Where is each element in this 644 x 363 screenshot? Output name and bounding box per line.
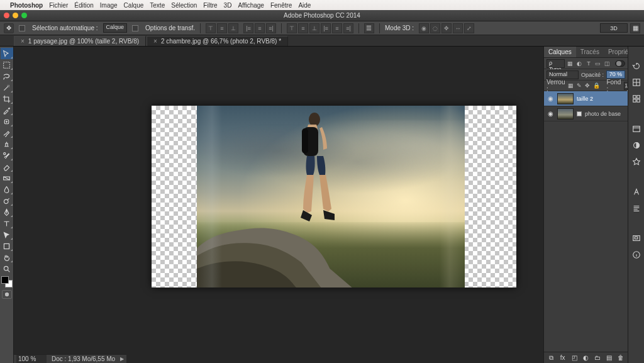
tab-paths[interactable]: Tracés (576, 47, 604, 57)
document-tab-2[interactable]: × 2 chambre.jpg @ 66,7% (photo 2, RVB/8)… (147, 36, 288, 46)
close-tab-icon[interactable]: × (153, 38, 157, 45)
align-top-icon[interactable]: ⊤ (206, 23, 216, 33)
paragraph-panel-icon[interactable] (631, 203, 642, 214)
zoom-window-button[interactable] (21, 13, 27, 18)
align-right-icon[interactable]: ≡| (266, 23, 276, 33)
menu-select[interactable]: Sélection (171, 2, 197, 9)
menu-file[interactable]: Fichier (49, 2, 68, 9)
link-layers-icon[interactable]: ⧉ (547, 354, 555, 362)
new-adjustment-icon[interactable]: ◐ (582, 354, 589, 362)
visibility-toggle-icon[interactable]: ◉ (547, 95, 554, 103)
crop-tool[interactable] (1, 93, 13, 104)
document-tab-1[interactable]: × 1 paysage.jpg @ 100% (taille 2, RVB/8) (14, 36, 146, 46)
filter-toggle[interactable] (615, 60, 625, 67)
layer-thumbnail[interactable] (557, 93, 574, 104)
opacity-field[interactable]: 70 % (606, 70, 625, 79)
auto-select-target-select[interactable]: Calque (103, 23, 128, 33)
filter-type-select[interactable]: ρ Type (547, 59, 565, 68)
workspace-options-icon[interactable]: ▦ (630, 23, 640, 33)
zoom-tool[interactable] (1, 263, 13, 274)
new-layer-icon[interactable]: ▤ (605, 354, 613, 362)
filter-type-icon[interactable]: T (586, 59, 592, 68)
libraries-panel-icon[interactable] (631, 123, 642, 135)
filter-shape-icon[interactable]: ▭ (594, 59, 601, 68)
menu-window[interactable]: Fenêtre (270, 2, 292, 9)
gradient-tool[interactable] (1, 172, 13, 184)
minimize-window-button[interactable] (13, 13, 18, 18)
menu-edit[interactable]: Édition (74, 2, 94, 9)
menu-text[interactable]: Texte (150, 2, 165, 9)
history-panel-icon[interactable] (631, 60, 642, 72)
hand-tool[interactable] (1, 252, 13, 263)
type-tool[interactable] (1, 218, 13, 229)
close-tab-icon[interactable]: × (21, 38, 25, 45)
close-window-button[interactable] (4, 13, 9, 18)
document-canvas[interactable] (152, 106, 516, 288)
mode3d-roll-icon[interactable]: ◌ (430, 23, 440, 33)
history-brush-tool[interactable] (1, 150, 13, 161)
distribute-right-icon[interactable]: ≡| (343, 23, 353, 33)
app-name[interactable]: Photoshop (10, 2, 43, 9)
status-menu-icon[interactable]: ▶ (120, 356, 124, 362)
layer-row[interactable]: ◉ photo de base (544, 106, 628, 121)
lock-transparent-icon[interactable]: ▦ (568, 82, 574, 89)
lock-all-icon[interactable]: 🔒 (593, 82, 600, 89)
lock-position-icon[interactable]: ✥ (585, 82, 590, 89)
distribute-bottom-icon[interactable]: ⊥ (309, 23, 319, 33)
marquee-tool[interactable] (1, 59, 13, 70)
distribute-vcenter-icon[interactable]: ≡ (298, 23, 308, 33)
layer-fx-icon[interactable]: fx (558, 354, 566, 362)
auto-select-checkbox[interactable] (19, 25, 25, 31)
brush-tool[interactable] (1, 127, 13, 138)
filter-pixel-icon[interactable]: ▦ (567, 59, 574, 68)
info-panel-icon[interactable] (631, 249, 642, 260)
layer-name[interactable]: taille 2 (577, 96, 593, 102)
color-swatches[interactable] (1, 276, 13, 288)
add-mask-icon[interactable]: ◰ (570, 354, 578, 362)
menu-help[interactable]: Aide (298, 2, 311, 9)
menu-filter[interactable]: Filtre (203, 2, 217, 9)
distribute-top-icon[interactable]: ⊤ (287, 23, 297, 33)
menu-3d[interactable]: 3D (224, 2, 232, 9)
align-bottom-icon[interactable]: ⊥ (228, 23, 238, 33)
pen-tool[interactable] (1, 206, 13, 218)
canvas-area[interactable]: 100 % Doc : 1,93 Mo/6,55 Mo ▶ (14, 47, 543, 363)
show-transform-checkbox[interactable] (132, 25, 138, 31)
blur-tool[interactable] (1, 184, 13, 195)
magic-wand-tool[interactable] (1, 82, 13, 93)
lasso-tool[interactable] (1, 70, 13, 82)
zoom-level-field[interactable]: 100 % (16, 355, 47, 363)
swatches-panel-icon[interactable] (631, 93, 642, 104)
color-panel-icon[interactable] (631, 77, 642, 88)
lock-pixels-icon[interactable]: ✎ (577, 82, 582, 89)
filter-adjust-icon[interactable]: ◐ (576, 59, 583, 68)
navigator-panel-icon[interactable] (631, 233, 642, 244)
eyedropper-tool[interactable] (1, 104, 13, 116)
move-tool-indicator-icon[interactable]: ✥ (4, 23, 14, 33)
layer-row[interactable]: ◉ taille 2 (544, 91, 628, 106)
layer-name[interactable]: photo de base (585, 111, 621, 117)
layer-thumbnail[interactable] (557, 108, 574, 120)
visibility-toggle-icon[interactable]: ◉ (547, 110, 554, 118)
mode3d-pan-icon[interactable]: ✥ (441, 23, 452, 33)
move-tool[interactable] (1, 48, 13, 59)
healing-brush-tool[interactable] (1, 116, 13, 127)
mode3d-zoom-icon[interactable]: ⤢ (464, 23, 474, 33)
auto-align-icon[interactable]: ☰ (364, 23, 374, 33)
filter-smart-icon[interactable]: ◫ (604, 59, 611, 68)
menu-view[interactable]: Affichage (238, 2, 264, 9)
menu-image[interactable]: Image (100, 2, 118, 9)
mode3d-slide-icon[interactable]: ↔ (453, 23, 463, 33)
clone-stamp-tool[interactable] (1, 138, 13, 150)
delete-layer-icon[interactable]: 🗑 (617, 354, 625, 362)
quick-mask-toggle[interactable] (2, 290, 12, 299)
align-hcenter-icon[interactable]: ≡ (255, 23, 265, 33)
path-select-tool[interactable] (1, 229, 13, 240)
3d-selector[interactable]: 3D (600, 23, 628, 33)
tab-layers[interactable]: Calques (544, 47, 576, 57)
align-vcenter-icon[interactable]: ≡ (217, 23, 227, 33)
adjustments-panel-icon[interactable] (631, 140, 642, 151)
mode3d-orbit-icon[interactable]: ◉ (419, 23, 429, 33)
new-group-icon[interactable]: 🗀 (594, 354, 601, 362)
character-panel-icon[interactable] (631, 186, 642, 198)
